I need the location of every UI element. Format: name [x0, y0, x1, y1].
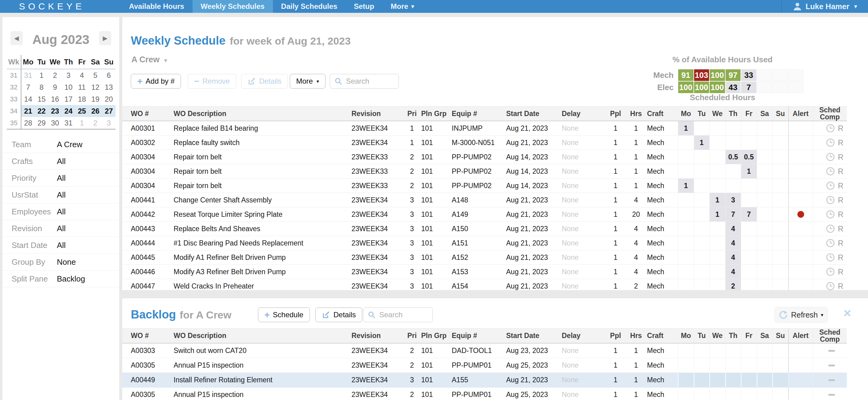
day-column-header[interactable]: Tu [694, 106, 710, 121]
day-cell-mo[interactable] [678, 373, 694, 387]
day-cell-tu[interactable] [694, 265, 710, 279]
column-header[interactable]: WO # [131, 332, 174, 340]
day-cell-fr[interactable] [741, 179, 757, 193]
day-cell-su[interactable] [772, 121, 788, 135]
details-button[interactable]: Details [241, 74, 288, 89]
calendar-day[interactable]: 7 [21, 81, 35, 93]
day-cell-mo[interactable] [678, 236, 694, 250]
sched-comp-cell[interactable]: R [813, 236, 847, 250]
work-order-row[interactable]: A00303Switch out worn CAT2023WEEK342101D… [122, 343, 847, 358]
nav-tab-weekly-schedules[interactable]: Weekly Schedules [192, 0, 273, 13]
day-cell-tu[interactable] [694, 179, 710, 193]
backlog-details-button[interactable]: Details [315, 307, 362, 322]
calendar-day[interactable]: 2 [48, 69, 62, 81]
column-header[interactable]: Pln Grp [421, 332, 452, 340]
nav-tab-setup[interactable]: Setup [346, 0, 383, 13]
calendar-next-month-button[interactable]: ▶ [99, 31, 111, 45]
day-cell-mo[interactable]: 1 [678, 121, 694, 135]
sched-comp-cell[interactable]: R [813, 136, 847, 149]
day-cell-sa[interactable] [757, 388, 773, 400]
day-column-header[interactable]: Fr [741, 329, 757, 343]
day-cell-we[interactable] [709, 251, 725, 264]
work-order-row[interactable]: A00304Repair torn belt23WEEK332101PP-PUM… [122, 164, 847, 179]
calendar-day[interactable]: 14 [21, 93, 35, 105]
column-header[interactable]: Craft [647, 110, 678, 118]
work-order-row[interactable]: A00447Weld Cracks In Preheater23WEEK3431… [122, 279, 847, 290]
sched-comp-cell[interactable] [813, 373, 847, 387]
day-cell-th[interactable] [725, 388, 741, 400]
calendar-day[interactable]: 5 [89, 69, 102, 81]
add-by-number-button[interactable]: + Add by # [131, 74, 181, 89]
work-order-row[interactable]: A00301Replace failed B14 bearing23WEEK34… [122, 121, 847, 136]
calendar-day[interactable]: 24 [62, 105, 75, 117]
day-cell-su[interactable] [772, 150, 788, 164]
user-menu[interactable]: Luke Hamer ▾ [781, 0, 868, 13]
column-header[interactable]: WO Description [174, 332, 351, 340]
day-cell-we[interactable]: 1 [709, 207, 725, 221]
work-order-row[interactable]: A00302Replace faulty switch23WEEK341101M… [122, 136, 847, 150]
calendar-day[interactable]: 2 [89, 117, 102, 129]
day-cell-th[interactable] [725, 164, 741, 178]
filter-value[interactable]: All [57, 241, 66, 250]
calendar-day[interactable]: 27 [102, 105, 116, 117]
sched-comp-column-header[interactable]: Sched Comp [813, 329, 847, 343]
calendar-day[interactable]: 15 [35, 93, 48, 105]
day-cell-fr[interactable] [741, 373, 757, 387]
day-cell-th[interactable]: 2 [725, 279, 741, 290]
day-cell-mo[interactable] [678, 207, 694, 221]
sched-comp-cell[interactable]: R [813, 179, 847, 193]
day-cell-mo[interactable] [678, 251, 694, 264]
calendar-day[interactable]: 1 [75, 117, 89, 129]
work-order-row[interactable]: A00442Reseat Torque Limiter Spring Plate… [122, 207, 847, 222]
day-cell-mo[interactable] [678, 265, 694, 279]
calendar-day[interactable]: 22 [35, 105, 48, 117]
calendar-day[interactable]: 3 [62, 69, 75, 81]
calendar-day[interactable]: 1 [35, 69, 48, 81]
remove-button[interactable]: − Remove [188, 74, 236, 89]
day-cell-sa[interactable] [757, 222, 773, 236]
day-cell-th[interactable] [725, 343, 741, 358]
calendar-day[interactable]: 9 [48, 81, 62, 93]
filter-row-split-pane[interactable]: Split PaneBacklog [2, 270, 119, 287]
day-column-header[interactable]: Th [725, 106, 741, 121]
sched-comp-cell[interactable] [813, 343, 847, 358]
day-cell-sa[interactable] [757, 193, 773, 207]
column-header[interactable]: Ppl [606, 110, 625, 118]
day-cell-su[interactable] [772, 265, 788, 279]
day-cell-sa[interactable] [757, 358, 773, 372]
day-cell-fr[interactable] [741, 265, 757, 279]
day-column-header[interactable]: Th [725, 329, 741, 343]
column-header[interactable]: WO Description [174, 110, 351, 118]
day-cell-tu[interactable]: 1 [694, 136, 710, 149]
calendar-day[interactable]: 19 [89, 93, 102, 105]
day-cell-su[interactable] [772, 222, 788, 236]
day-cell-sa[interactable] [757, 150, 773, 164]
filter-value[interactable]: All [57, 157, 66, 166]
calendar-day[interactable]: 25 [75, 105, 89, 117]
calendar-day[interactable]: 6 [102, 69, 116, 81]
day-cell-tu[interactable] [694, 388, 710, 400]
day-column-header[interactable]: We [709, 329, 725, 343]
day-cell-we[interactable] [709, 358, 725, 372]
day-cell-tu[interactable] [694, 279, 710, 290]
day-column-header[interactable]: Su [772, 106, 788, 121]
day-cell-su[interactable] [772, 343, 788, 358]
calendar-day[interactable]: 31 [21, 69, 35, 81]
day-cell-tu[interactable] [694, 358, 710, 372]
calendar-day[interactable]: 11 [75, 81, 89, 93]
day-cell-tu[interactable] [694, 251, 710, 264]
nav-tab-daily-schedules[interactable]: Daily Schedules [273, 0, 346, 13]
day-cell-su[interactable] [772, 164, 788, 178]
filter-row-start-date[interactable]: Start DateAll [2, 237, 119, 254]
day-cell-th[interactable] [725, 121, 741, 135]
column-header[interactable]: Pri [403, 110, 421, 118]
calendar-day[interactable]: 18 [75, 93, 89, 105]
sched-comp-cell[interactable]: R [813, 121, 847, 135]
column-header[interactable]: Pri [403, 332, 421, 340]
day-cell-mo[interactable] [678, 164, 694, 178]
work-order-row[interactable]: A00446Modify A3 Refiner Belt Driven Pump… [122, 265, 847, 279]
sched-comp-cell[interactable]: R [813, 164, 847, 178]
sched-comp-cell[interactable]: R [813, 222, 847, 236]
refresh-button[interactable]: Refresh ▾ [774, 307, 828, 323]
filter-row-priority[interactable]: PriorityAll [2, 170, 119, 187]
